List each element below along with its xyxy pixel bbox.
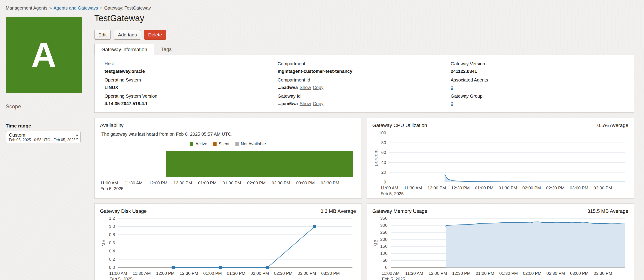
- page: Management Agents»Agents and Gateways»Ga…: [0, 0, 644, 280]
- field-label: Host: [104, 61, 278, 67]
- svg-text:80: 80: [381, 140, 386, 145]
- main-content: TestGateway Edit Add tags Delete Gateway…: [94, 14, 634, 280]
- svg-text:0.8: 0.8: [109, 232, 115, 237]
- svg-text:01:00 PM: 01:00 PM: [204, 271, 222, 276]
- svg-text:Feb 5, 2025: Feb 5, 2025: [110, 276, 132, 280]
- tab-gateway-information[interactable]: Gateway information: [94, 44, 154, 55]
- info-field: Hosttestgateway.oracle: [104, 61, 278, 74]
- svg-text:200: 200: [380, 237, 388, 242]
- action-buttons: Edit Add tags Delete: [94, 30, 634, 40]
- svg-text:MB: MB: [101, 239, 106, 246]
- svg-text:02:00 PM: 02:00 PM: [523, 271, 541, 276]
- cpu-average: 0.5% Average: [597, 122, 628, 128]
- field-value-link[interactable]: 0: [450, 85, 453, 90]
- info-field: Operating SystemLINUX: [104, 77, 278, 90]
- time-range-text: Custom Feb 05, 2025 10:58 UTC - Feb 05, …: [9, 132, 75, 142]
- svg-text:02:00 PM: 02:00 PM: [247, 181, 266, 185]
- svg-text:03:30 PM: 03:30 PM: [321, 181, 339, 185]
- svg-text:03:00 PM: 03:00 PM: [298, 271, 316, 276]
- edit-button[interactable]: Edit: [94, 30, 111, 40]
- svg-text:02:30 PM: 02:30 PM: [546, 186, 564, 190]
- memory-card-title: Gateway Memory Usage: [372, 208, 428, 214]
- svg-text:100: 100: [380, 251, 388, 256]
- field-value-row: 241122.0341: [450, 68, 624, 74]
- time-range-select[interactable]: Custom Feb 05, 2025 10:58 UTC - Feb 05, …: [6, 131, 81, 143]
- availability-legend: ActiveSilentNot Available: [100, 141, 356, 146]
- svg-text:20: 20: [381, 170, 386, 175]
- legend-swatch: [213, 142, 216, 146]
- breadcrumb-link-agents-and-gateways[interactable]: Agents and Gateways: [54, 6, 98, 11]
- tab-bar: Gateway information Tags: [94, 44, 634, 55]
- info-field: Associated Agents0: [450, 77, 624, 90]
- field-value: 241122.0341: [450, 69, 477, 74]
- svg-text:0: 0: [385, 265, 388, 270]
- svg-text:250: 250: [380, 230, 388, 235]
- svg-text:0.4: 0.4: [109, 249, 115, 253]
- svg-text:MB: MB: [373, 239, 378, 246]
- info-field: Gateway Id...jcm6waShowCopy: [278, 93, 451, 106]
- breadcrumb-item-current: Gateway: TestGateway: [104, 6, 151, 11]
- svg-text:11:30 AM: 11:30 AM: [125, 181, 143, 185]
- gateway-avatar: A: [6, 17, 82, 93]
- svg-text:02:30 PM: 02:30 PM: [272, 181, 290, 185]
- info-column: Gateway Version241122.0341Associated Age…: [450, 61, 624, 109]
- svg-text:0.6: 0.6: [109, 240, 115, 245]
- time-range-label: Time range: [6, 123, 94, 129]
- svg-text:percent: percent: [373, 149, 378, 166]
- svg-text:11:00 AM: 11:00 AM: [380, 186, 398, 190]
- svg-text:03:00 PM: 03:00 PM: [296, 181, 315, 185]
- svg-text:11:30 AM: 11:30 AM: [405, 271, 423, 276]
- info-column: Hosttestgateway.oracleOperating SystemLI…: [104, 61, 278, 109]
- svg-text:11:00 AM: 11:00 AM: [109, 271, 127, 276]
- field-value-row: ...jcm6waShowCopy: [278, 101, 451, 106]
- field-value-row: mgmtagent-customer-test-tenancy: [278, 68, 451, 74]
- field-label: Gateway Group: [450, 93, 624, 99]
- svg-text:01:00 PM: 01:00 PM: [476, 271, 494, 276]
- time-range-value: Custom: [9, 132, 75, 138]
- delete-button[interactable]: Delete: [144, 30, 166, 40]
- field-value: ...5adwva: [278, 85, 298, 90]
- info-field: Gateway Group0: [450, 93, 624, 106]
- svg-text:03:00 PM: 03:00 PM: [570, 186, 588, 190]
- field-label: Gateway Id: [278, 93, 451, 99]
- tab-tags[interactable]: Tags: [154, 44, 178, 55]
- svg-text:100: 100: [379, 130, 386, 135]
- svg-text:01:30 PM: 01:30 PM: [498, 186, 517, 190]
- svg-text:12:00 PM: 12:00 PM: [428, 186, 446, 190]
- show-link[interactable]: Show: [300, 85, 311, 90]
- info-field: Compartmentmgmtagent-customer-test-tenan…: [278, 61, 451, 74]
- add-tags-button[interactable]: Add tags: [114, 30, 141, 40]
- field-value-link[interactable]: 0: [450, 101, 453, 106]
- stepper-icon: [75, 134, 79, 141]
- svg-text:12:30 PM: 12:30 PM: [180, 271, 198, 276]
- availability-card: Availability The gateway was last heard …: [94, 118, 362, 199]
- disk-chart: 0.00.20.40.60.81.01.2MB11:00 AM11:30 AM1…: [100, 216, 356, 280]
- sidebar: A Scope Time range Custom Feb 05, 2025 1…: [6, 14, 94, 280]
- availability-card-title: Availability: [100, 122, 124, 128]
- breadcrumb-separator: »: [49, 6, 52, 11]
- svg-text:12:00 PM: 12:00 PM: [156, 271, 174, 276]
- copy-link[interactable]: Copy: [313, 101, 324, 106]
- show-link[interactable]: Show: [300, 101, 311, 106]
- field-value-row: 0: [450, 84, 624, 90]
- svg-text:1.2: 1.2: [109, 216, 115, 221]
- svg-text:Feb 5, 2025: Feb 5, 2025: [100, 186, 124, 191]
- field-value-row: 0: [450, 101, 624, 106]
- svg-text:01:30 PM: 01:30 PM: [499, 271, 518, 276]
- svg-text:03:30 PM: 03:30 PM: [594, 271, 612, 276]
- copy-link[interactable]: Copy: [313, 85, 324, 90]
- field-value: testgateway.oracle: [104, 69, 145, 74]
- svg-text:12:30 PM: 12:30 PM: [174, 181, 192, 185]
- cpu-card-title: Gateway CPU Utilization: [372, 122, 427, 128]
- field-label: Gateway Version: [450, 61, 624, 67]
- memory-card: Gateway Memory Usage 315.5 MB Average 05…: [367, 204, 634, 280]
- svg-text:01:30 PM: 01:30 PM: [227, 271, 245, 276]
- legend-item-active: Active: [190, 141, 207, 146]
- svg-text:11:00 AM: 11:00 AM: [382, 271, 400, 276]
- svg-text:02:30 PM: 02:30 PM: [546, 271, 565, 276]
- legend-swatch: [190, 142, 194, 146]
- svg-text:03:30 PM: 03:30 PM: [593, 186, 612, 190]
- svg-text:01:00 PM: 01:00 PM: [198, 181, 216, 185]
- svg-text:03:30 PM: 03:30 PM: [321, 271, 340, 276]
- chart-cards: Availability The gateway was last heard …: [94, 118, 634, 280]
